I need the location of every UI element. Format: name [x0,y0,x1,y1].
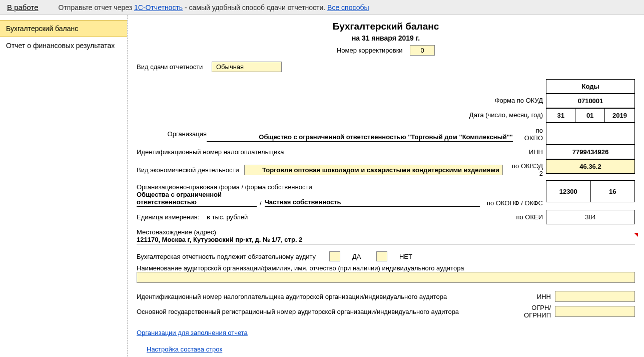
legal-form-2[interactable]: Частная собственность [265,198,480,207]
audit-label: Бухгалтерская отчетность подлежит обязат… [137,253,316,260]
correction-input[interactable]: 0 [410,45,435,56]
inn-value: 7799434926 [546,145,635,159]
okpo-value[interactable] [546,123,635,145]
page-title: Бухгалтерский баланс [137,21,635,32]
audit-no-checkbox[interactable] [376,251,387,261]
legal-form-1[interactable]: Общества с ограниченной ответственностью [137,191,257,207]
unit-value: в тыс. рублей [207,213,513,221]
link-orgs[interactable]: Организации для заполнения отчета [137,329,248,336]
date-year: 2019 [604,109,634,123]
promo-link-all[interactable]: Все способы [327,4,369,12]
auditor-inn-code-label: ИНН [521,293,551,300]
legal-form-label: Организационно-правовая форма / форма со… [137,183,543,191]
okud-label: Форма по ОКУД [137,94,546,108]
codes-header: Коды [546,80,635,94]
unit-label: Единица измерения: [137,213,207,221]
auditor-name-label: Наименование аудиторской организации/фам… [137,264,635,272]
okopf-value: 12300 [546,181,591,202]
audit-yes-checkbox[interactable] [329,251,340,261]
tax-id-label: Идентификационный номер налогоплательщик… [137,148,513,156]
submit-type-select[interactable]: Обычная [212,62,282,72]
okpo-label: по ОКПО [513,127,543,142]
org-name[interactable]: Общество с ограниченной ответственностью… [207,133,513,142]
date-code-label: Дата (число, месяц, год) [137,108,546,123]
status-badge[interactable]: В работе [7,3,39,12]
auditor-ogrn-input[interactable] [555,306,635,317]
auditor-inn-label: Идентификационный номер налогоплательщик… [137,293,517,300]
okud-value: 0710001 [546,94,635,108]
sidebar-item-results[interactable]: Отчет о финансовых результатах [0,37,127,54]
sidebar: Бухгалтерский баланс Отчет о финансовых … [0,15,127,357]
auditor-ogrn-code-label: ОГРН/ ОГРНИП [521,304,551,319]
date-month: 01 [575,109,604,123]
submit-type-label: Вид сдачи отчетности [137,63,207,71]
activity-input[interactable]: Торговля оптовая шоколадом и сахаристыми… [244,165,503,175]
okved-value[interactable]: 46.36.2 [546,160,635,174]
promo-link-1c[interactable]: 1С-Отчетность [134,4,183,12]
date-day: 31 [546,109,575,123]
auditor-inn-input[interactable] [555,291,635,302]
link-rows[interactable]: Настройка состава строк [147,345,222,353]
warning-icon [634,233,638,237]
report-content: Бухгалтерский баланс на 31 января 2019 г… [127,15,644,357]
auditor-ogrn-label: Основной государственный регистрационный… [137,308,517,315]
address-input[interactable]: 121170, Москва г, Кутузовский пр-кт, д. … [137,236,635,244]
activity-label: Вид экономической деятельности [137,166,239,174]
address-label: Местонахождение (адрес) [137,228,635,236]
correction-label: Номер корректировки [337,47,403,54]
sidebar-item-balance[interactable]: Бухгалтерский баланс [0,20,127,37]
audit-yes-label: ДА [352,253,361,260]
okfs-value: 16 [590,181,635,202]
audit-no-label: НЕТ [399,253,412,260]
okei-label: по ОКЕИ [513,213,543,221]
org-label: Организация [137,130,207,138]
inn-code-label: ИНН [513,148,543,156]
auditor-name-input[interactable] [137,272,635,283]
promo-text: Отправьте отчет через 1С-Отчетность - са… [59,4,369,12]
report-date: на 31 января 2019 г. [137,34,635,42]
okei-value: 384 [546,210,635,224]
okopf-label: по ОКОПФ / ОКФС [483,199,543,207]
okved-label: по ОКВЭД 2 [508,162,543,177]
